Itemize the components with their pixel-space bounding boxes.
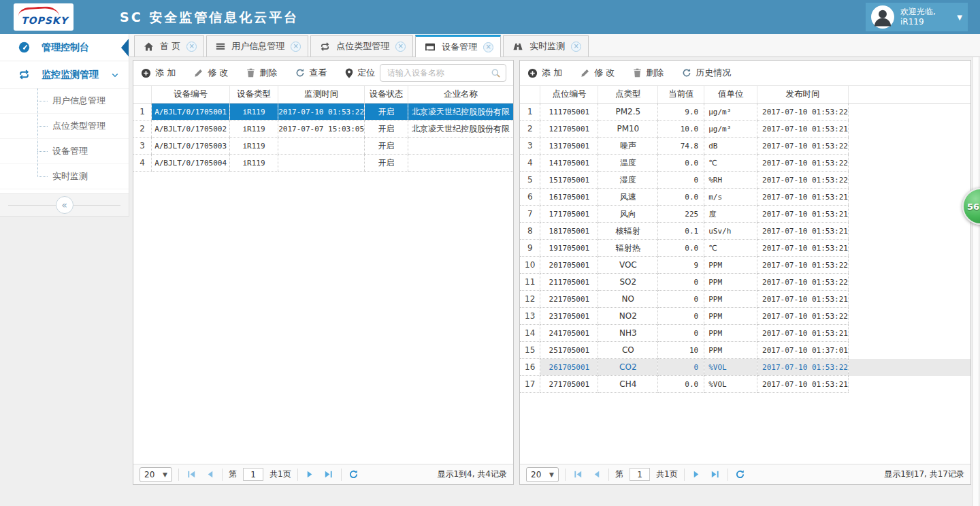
realtime-table-row[interactable]: 16261705001CO20%VOL2017-07-10 01:53:22 <box>520 359 970 376</box>
sidebar-item-monitor-mgmt[interactable]: 监控监测管理 <box>0 61 129 89</box>
realtime-table-row[interactable]: 3131705001噪声74.8dB2017-07-10 01:53:22 <box>520 138 970 155</box>
cell-type: iR119 <box>229 121 278 138</box>
realtime-table-row[interactable]: 13231705001NO20PPM2017-07-10 01:53:22 <box>520 308 970 325</box>
cell-value: 0 <box>658 308 704 325</box>
close-icon[interactable]: × <box>186 42 197 52</box>
cell-filler <box>848 274 970 291</box>
cell-type: iR119 <box>229 104 278 121</box>
sidebar-item-dashboard[interactable]: 管理控制台 <box>0 34 129 61</box>
device-toolbar: 添 加 修 改 删除 查看 定位 <box>133 61 513 85</box>
realtime-table-row[interactable]: 2121705001PM1010.0μg/m³2017-07-10 01:53:… <box>520 121 970 138</box>
cell-type: iR119 <box>229 138 278 155</box>
device-table-row[interactable]: 1A/BJLT/0/1705001iR1192017-07-10 01:53:2… <box>133 104 513 121</box>
user-menu[interactable]: 欢迎光临, iR119 ▼ <box>866 3 968 31</box>
realtime-table-row[interactable]: 14241705001NH30PPM2017-07-10 01:53:21 <box>520 325 970 342</box>
close-icon[interactable]: × <box>571 42 581 52</box>
next-page-button[interactable] <box>691 469 703 481</box>
add-button[interactable]: 添 加 <box>141 67 176 79</box>
sidebar-item-realtime-monitor[interactable]: 实时监测 <box>0 164 129 189</box>
realtime-table-row[interactable]: 1111705001PM2.59.0μg/m³2017-07-10 01:53:… <box>520 104 970 121</box>
delete-button[interactable]: 删除 <box>633 67 664 79</box>
first-page-button[interactable] <box>185 469 197 481</box>
welcome-text: 欢迎光临, iR119 <box>900 7 951 27</box>
tab-point-type-mgmt[interactable]: 点位类型管理 × <box>310 35 413 57</box>
cell-filler <box>848 308 970 325</box>
device-table-row[interactable]: 2A/BJLT/0/1705002iR1192017-07-07 15:03:0… <box>133 121 513 138</box>
reload-icon[interactable] <box>348 469 360 481</box>
trash-icon <box>246 68 255 78</box>
realtime-table-row[interactable]: 11211705001SO20PPM2017-07-10 01:53:22 <box>520 274 970 291</box>
page-number-input[interactable] <box>630 468 650 481</box>
device-table-row[interactable]: 3A/BJLT/0/1705003iR119开启 <box>133 138 513 155</box>
realtime-table-row[interactable]: 15251705001CO10PPM2017-07-10 01:37:01 <box>520 342 970 359</box>
first-page-button[interactable] <box>572 469 584 481</box>
realtime-table-row[interactable]: 8181705001核辐射0.1uSv/h2017-07-10 01:53:21 <box>520 223 970 240</box>
cell-filler <box>848 121 970 138</box>
cell-filler <box>848 155 970 172</box>
page-size-select[interactable]: 20▼ <box>526 467 559 482</box>
page-size-select[interactable]: 20▼ <box>140 467 172 482</box>
tab-device-mgmt[interactable]: 设备管理 × <box>415 35 501 57</box>
last-page-button[interactable] <box>709 469 721 481</box>
prev-page-button[interactable] <box>203 469 216 481</box>
tab-realtime-monitor[interactable]: 实时监测 × <box>503 35 589 57</box>
device-table-row[interactable]: 4A/BJLT/0/1705004iR119开启 <box>133 155 513 172</box>
col-rownum <box>520 86 540 104</box>
col-point-type: 点类型 <box>598 86 658 104</box>
refresh-icon <box>295 68 305 78</box>
realtime-table-row[interactable]: 12221705001NO0PPM2017-07-10 01:53:21 <box>520 291 970 308</box>
cell-time: 2017-07-07 15:03:05 <box>278 121 365 138</box>
cell-unit: %RH <box>704 172 757 189</box>
cell-unit: dB <box>704 138 757 155</box>
reload-icon[interactable] <box>734 469 747 481</box>
total-pages-label: 共1页 <box>270 469 291 480</box>
cell-point_type: CO2 <box>598 359 658 376</box>
last-page-button[interactable] <box>323 469 335 481</box>
tab-home[interactable]: 首 页 × <box>134 35 204 57</box>
cell-num: 4 <box>520 155 540 172</box>
cell-num: 5 <box>520 172 540 189</box>
cell-unit: ℃ <box>704 240 757 257</box>
realtime-table-row[interactable]: 9191705001辐射热0.0℃2017-07-10 01:53:21 <box>520 240 970 257</box>
cell-value: 0.0 <box>658 155 704 172</box>
tab-bar: 首 页 × 用户信息管理 × 点位类型管理 × 设备管理 × 实时监测 × <box>129 34 980 57</box>
next-page-button[interactable] <box>304 469 316 481</box>
close-icon[interactable]: × <box>291 42 301 52</box>
page-scrollbar-track[interactable] <box>973 57 979 506</box>
cell-point_id: 221705001 <box>540 291 598 308</box>
collapse-sidebar-button[interactable]: « <box>56 196 74 214</box>
sidebar-item-point-type-mgmt[interactable]: 点位类型管理 <box>0 114 129 139</box>
cell-company <box>408 155 513 172</box>
realtime-table-row[interactable]: 10201705001VOC9PPM2017-07-10 01:53:22 <box>520 257 970 274</box>
close-icon[interactable]: × <box>395 42 406 52</box>
delete-button[interactable]: 删除 <box>246 67 277 79</box>
edit-button[interactable]: 修 改 <box>194 67 228 79</box>
close-icon[interactable]: × <box>483 42 493 52</box>
edit-button[interactable]: 修 改 <box>581 67 615 79</box>
realtime-table-row[interactable]: 7171705001风向225度2017-07-10 01:53:21 <box>520 206 970 223</box>
history-button[interactable]: 历史情况 <box>682 67 731 79</box>
cell-status: 开启 <box>365 138 408 155</box>
search-icon[interactable] <box>491 68 501 78</box>
cell-point_type: NO <box>598 291 658 308</box>
cell-filler <box>848 223 970 240</box>
add-button[interactable]: 添 加 <box>527 67 562 79</box>
refresh-icon <box>682 68 691 78</box>
realtime-table-row[interactable]: 4141705001温度0.0℃2017-07-10 01:53:22 <box>520 155 970 172</box>
locate-button[interactable]: 定位 <box>345 67 375 79</box>
cell-filler <box>848 342 970 359</box>
realtime-table-row[interactable]: 6161705001风速0.0m/s2017-07-10 01:53:21 <box>520 189 970 206</box>
sidebar-item-device-mgmt[interactable]: 设备管理 <box>0 139 129 164</box>
page-number-input[interactable] <box>243 468 263 481</box>
realtime-table: 点位编号 点类型 当前值 值单位 发布时间 1111705001PM2.59.0… <box>520 85 970 393</box>
search-input[interactable] <box>387 68 491 78</box>
prev-page-button[interactable] <box>590 469 602 481</box>
cell-time: 2017-07-10 01:53:22 <box>757 274 849 291</box>
cell-unit: μg/m³ <box>704 104 757 121</box>
view-button[interactable]: 查看 <box>295 67 327 79</box>
realtime-table-row[interactable]: 5151705001湿度0%RH2017-07-10 01:53:22 <box>520 172 970 189</box>
sidebar-item-user-info-mgmt[interactable]: 用户信息管理 <box>0 89 129 114</box>
cell-value: 9.0 <box>658 104 704 121</box>
tab-user-info-mgmt[interactable]: 用户信息管理 × <box>206 35 308 57</box>
realtime-table-row[interactable]: 17271705001CH40.0%VOL2017-07-10 01:53:21 <box>520 376 970 393</box>
